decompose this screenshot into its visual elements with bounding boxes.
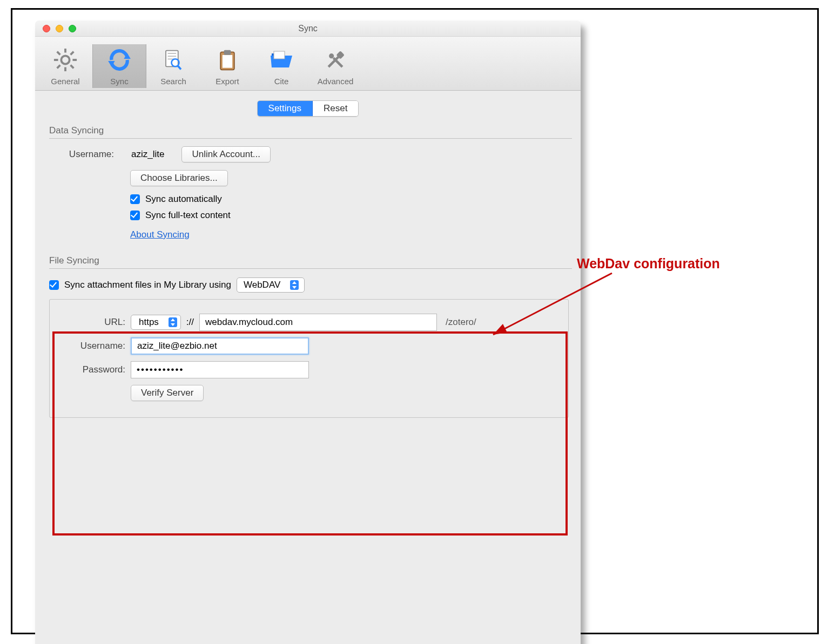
sync-method-select[interactable]: WebDAV [237,277,305,293]
tab-general[interactable]: General [38,44,92,88]
divider [49,268,572,269]
tab-cite[interactable]: Cite [254,44,308,88]
tab-advanced[interactable]: Advanced [308,44,362,88]
tab-advanced-label: Advanced [308,76,362,88]
preferences-window: Sync General Sync Search [35,21,581,644]
search-icon [162,46,185,73]
sync-fulltext-checkbox[interactable] [130,211,140,220]
window-title: Sync [35,24,581,33]
url-suffix: /zotero/ [446,317,476,328]
tab-search[interactable]: Search [146,44,200,88]
verify-server-button[interactable]: Verify Server [131,385,204,401]
webdav-password-label: Password: [55,364,125,375]
subtab-settings[interactable]: Settings [258,101,313,116]
select-arrows-icon [290,280,299,290]
svg-point-0 [61,56,69,64]
svg-line-6 [71,65,74,69]
data-syncing-heading: Data Syncing [49,125,572,136]
file-syncing-heading: File Syncing [49,255,572,266]
sync-method-value: WebDAV [244,280,280,290]
svg-line-23 [333,58,342,66]
unlink-account-button[interactable]: Unlink Account... [181,146,271,162]
url-input[interactable] [199,314,437,331]
svg-line-16 [178,66,181,70]
clipboard-icon [216,46,239,73]
annotation-text: WebDav configuration [577,256,720,272]
outer-frame: Sync General Sync Search [11,8,819,634]
tab-search-label: Search [146,76,200,88]
select-arrows-icon [169,317,177,327]
sync-attachments-checkbox[interactable] [49,280,59,290]
svg-line-5 [57,52,60,55]
tab-cite-label: Cite [254,76,308,88]
tab-export-label: Export [200,76,254,88]
webdav-username-input[interactable] [131,337,309,355]
svg-point-24 [329,53,334,58]
svg-rect-19 [224,50,231,55]
folder-icon [268,49,295,71]
subtab-group: Settings Reset [257,100,359,117]
tab-general-label: General [38,76,92,88]
sync-fulltext-label: Sync full-text content [145,210,231,221]
webdav-password-input[interactable] [131,361,309,378]
url-scheme-select[interactable]: https [131,315,181,330]
tab-sync-label: Sync [93,76,146,88]
gear-icon [53,48,78,72]
about-syncing-link[interactable]: About Syncing [130,229,190,240]
tools-icon [324,48,347,72]
username-label: Username: [49,149,114,160]
svg-rect-18 [223,55,232,68]
url-scheme-value: https [139,317,159,328]
webdav-fieldset: URL: https :// /zotero/ Username: [49,299,569,418]
sync-automatically-checkbox[interactable] [130,194,140,204]
webdav-username-label: Username: [55,341,125,351]
svg-rect-20 [274,51,285,59]
username-value: aziz_lite [123,149,173,160]
sync-icon [106,46,133,73]
tab-export[interactable]: Export [200,44,254,88]
tab-sync[interactable]: Sync [92,44,146,88]
url-separator: :// [186,317,194,328]
svg-line-7 [71,52,74,55]
svg-line-8 [57,65,60,69]
divider [49,138,572,139]
titlebar: Sync [35,21,581,37]
toolbar: General Sync Search Export [35,37,581,91]
choose-libraries-button[interactable]: Choose Libraries... [130,170,228,186]
sync-automatically-label: Sync automatically [145,194,222,205]
url-label: URL: [55,317,125,328]
sync-attachments-label: Sync attachment files in My Library usin… [64,280,231,290]
subtab-reset[interactable]: Reset [313,101,358,116]
